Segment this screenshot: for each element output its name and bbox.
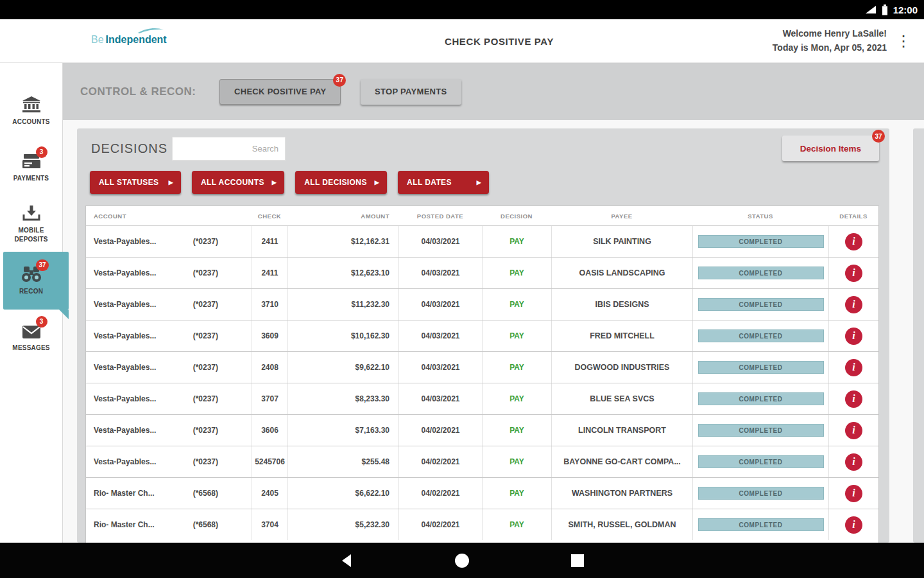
info-icon[interactable]: i <box>845 359 862 376</box>
info-icon[interactable]: i <box>845 328 862 345</box>
status-badge: COMPLETED <box>698 487 824 500</box>
search-input[interactable] <box>172 137 286 161</box>
cell-amount: $7,163.30 <box>287 415 398 446</box>
status-badge: COMPLETED <box>698 267 824 279</box>
control-recon-bar: CONTROL & RECON: CHECK POSITIVE PAY 37 S… <box>62 63 924 120</box>
filter-all-accounts[interactable]: ALL ACCOUNTS ▶ <box>192 171 284 194</box>
overflow-menu-icon[interactable]: ⋮ <box>896 32 911 50</box>
cell-payee: DOGWOOD INDUSTRIES <box>551 352 692 383</box>
cell-details: i <box>828 226 878 257</box>
cell-account: Vesta-Payables... (*0237) <box>86 320 252 351</box>
info-icon[interactable]: i <box>845 233 862 250</box>
welcome-block: Welcome Henry LaSalle! Today is Mon, Apr… <box>773 26 887 55</box>
cell-account: Vesta-Payables... (*0237) <box>86 352 252 383</box>
info-icon[interactable]: i <box>845 453 862 471</box>
info-icon[interactable]: i <box>845 265 862 282</box>
filter-all-statuses[interactable]: ALL STATUSES ▶ <box>90 171 181 194</box>
cell-account-number: (*0237) <box>193 300 218 309</box>
cell-details: i <box>828 415 878 446</box>
cell-amount: $10,162.30 <box>287 320 398 351</box>
info-icon[interactable]: i <box>845 485 862 502</box>
cell-payee: BAYONNE GO-CART COMPA... <box>551 446 692 477</box>
info-icon[interactable]: i <box>845 390 862 408</box>
sidebar-item-mobile-deposits[interactable]: MOBILE DEPOSITS <box>0 195 62 252</box>
status-badge: COMPLETED <box>698 329 824 342</box>
decision-items-button[interactable]: Decision Items 37 <box>782 136 879 161</box>
cell-account-name: Vesta-Payables... <box>94 426 156 435</box>
cell-check: 3609 <box>252 320 287 351</box>
cell-decision: PAY <box>482 509 551 540</box>
column-header-account: ACCOUNT <box>86 206 252 225</box>
sidebar-item-recon[interactable]: 37 RECON <box>0 252 62 308</box>
column-header-payee: PAYEE <box>551 206 692 225</box>
cell-amount: $12,623.10 <box>287 258 398 288</box>
sidebar-item-label: PAYMENTS <box>6 174 56 183</box>
filter-all-dates[interactable]: ALL DATES ▶ <box>398 171 489 194</box>
status-bar: 12:00 <box>0 0 924 19</box>
cell-payee: SMITH, RUSSEL, GOLDMAN <box>551 509 692 540</box>
filter-bar: ALL STATUSES ▶ ALL ACCOUNTS ▶ ALL DECISI… <box>90 171 489 194</box>
bank-icon <box>22 96 41 113</box>
cell-amount: $255.48 <box>287 446 398 477</box>
chevron-right-icon: ▶ <box>375 179 379 186</box>
info-icon[interactable]: i <box>845 296 862 313</box>
cell-posted-date: 04/03/2021 <box>398 383 482 414</box>
payments-badge: 3 <box>36 146 47 158</box>
decisions-panel: DECISIONS Decision Items 37 ALL STATUSES… <box>77 128 889 543</box>
check-positive-pay-badge: 37 <box>333 74 346 87</box>
status-badge: COMPLETED <box>698 518 824 531</box>
cell-account-number: (*0237) <box>193 363 218 372</box>
status-badge: COMPLETED <box>698 424 824 437</box>
cell-posted-date: 04/03/2021 <box>398 320 482 351</box>
cell-check: 2411 <box>252 258 287 288</box>
cell-posted-date: 04/03/2021 <box>398 289 482 320</box>
cell-payee: OASIS LANDSCAPING <box>551 258 692 288</box>
cell-check: 2411 <box>252 226 287 257</box>
chevron-right-icon: ▶ <box>169 179 173 186</box>
sidebar-item-payments[interactable]: 3 PAYMENTS <box>0 139 62 195</box>
info-icon[interactable]: i <box>845 422 862 439</box>
stop-payments-button[interactable]: STOP PAYMENTS <box>361 79 461 105</box>
decisions-table-body: Vesta-Payables... (*0237) 2411 $12,162.3… <box>86 225 878 540</box>
back-icon[interactable] <box>341 554 352 568</box>
cell-account-name: Vesta-Payables... <box>94 331 156 340</box>
table-row: Vesta-Payables... (*0237) 3609 $10,162.3… <box>86 320 878 351</box>
cell-account: Rio- Master Ch... (*6568) <box>86 509 252 540</box>
cell-decision: PAY <box>482 320 551 351</box>
cell-amount: $11,232.30 <box>287 289 398 320</box>
sidebar-item-accounts[interactable]: ACCOUNTS <box>0 82 62 139</box>
cell-account-number: (*0237) <box>193 237 218 246</box>
battery-icon <box>882 4 888 15</box>
check-positive-pay-button[interactable]: CHECK POSITIVE PAY 37 <box>219 79 341 105</box>
app-header: BeIndependent CHECK POSITIVE PAY Welcome… <box>0 19 924 63</box>
cell-decision: PAY <box>482 352 551 383</box>
column-header-amount: AMOUNT <box>287 206 398 225</box>
recents-icon[interactable] <box>571 554 584 567</box>
cell-account: Vesta-Payables... (*0237) <box>86 415 252 446</box>
column-header-details: DETAILS <box>828 206 878 225</box>
table-row: Vesta-Payables... (*0237) 3707 $8,233.30… <box>86 383 878 414</box>
home-icon[interactable] <box>454 553 470 568</box>
cell-check: 5245706 <box>252 446 287 477</box>
filter-all-decisions[interactable]: ALL DECISIONS ▶ <box>295 171 387 194</box>
cell-status: COMPLETED <box>692 352 828 383</box>
info-icon[interactable]: i <box>845 516 862 534</box>
next-panel-peek[interactable] <box>913 128 924 543</box>
table-row: Vesta-Payables... (*0237) 3710 $11,232.3… <box>86 288 878 320</box>
cell-account-number: (*0237) <box>193 426 218 435</box>
status-badge: COMPLETED <box>698 392 824 405</box>
cell-account-name: Vesta-Payables... <box>94 457 156 466</box>
cell-account: Vesta-Payables... (*0237) <box>86 258 252 288</box>
table-row: Vesta-Payables... (*0237) 3606 $7,163.30… <box>86 414 878 446</box>
logo-prefix: Be <box>91 34 104 45</box>
decisions-table: ACCOUNT CHECK AMOUNT POSTED DATE DECISIO… <box>85 206 879 543</box>
table-row: Vesta-Payables... (*0237) 2408 $9,622.10… <box>86 351 878 383</box>
cell-account-name: Vesta-Payables... <box>94 363 156 372</box>
cell-account-name: Vesta-Payables... <box>94 394 156 403</box>
cell-decision: PAY <box>482 446 551 477</box>
cell-check: 3606 <box>252 415 287 446</box>
sidebar-item-messages[interactable]: 3 MESSAGES <box>0 308 62 365</box>
cell-account: Vesta-Payables... (*0237) <box>86 289 252 320</box>
cell-details: i <box>828 320 878 351</box>
cell-details: i <box>828 383 878 414</box>
